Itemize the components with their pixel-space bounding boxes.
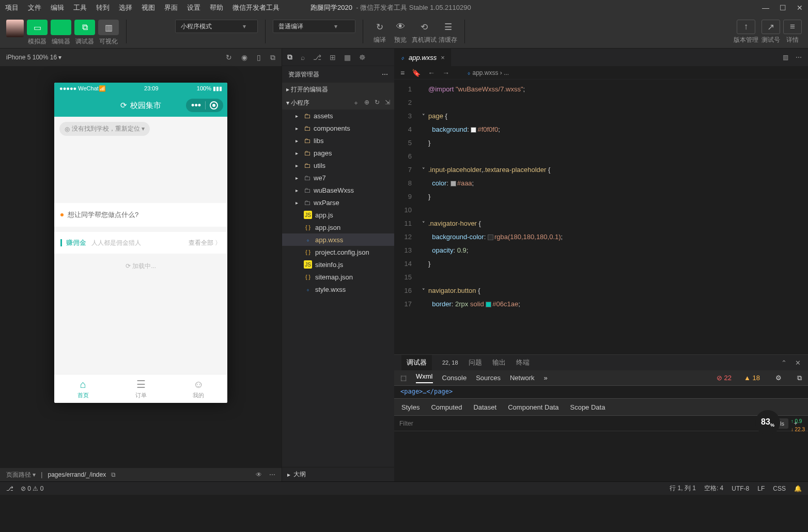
toolbar-模拟器[interactable]: ▭模拟器 — [27, 20, 48, 46]
tab-problems[interactable]: 问题 — [469, 358, 482, 367]
record-icon[interactable]: ◉ — [241, 53, 247, 62]
file-pages[interactable]: ▸🗀pages — [282, 147, 394, 159]
git-icon[interactable]: ⎇ — [313, 53, 321, 61]
file-wxParse[interactable]: ▸🗀wxParse — [282, 196, 394, 209]
more-icon[interactable]: ⋯ — [382, 71, 388, 78]
toolbar-调试器[interactable]: ⧉调试器 — [74, 20, 95, 46]
file-libs[interactable]: ▸🗀libs — [282, 134, 394, 147]
new-file-icon[interactable]: ＋ — [353, 99, 359, 107]
capsule-button[interactable]: ••• — [186, 99, 223, 112]
mode-dropdown[interactable]: 小程序模式▾ — [175, 20, 258, 33]
status-行 1, 列 1[interactable]: 行 1, 列 1 — [670, 484, 696, 493]
split-icon[interactable]: ▥ — [783, 54, 788, 61]
file-project.config.json[interactable]: { }project.config.json — [282, 246, 394, 258]
toolbar-可视化[interactable]: ▥可视化 — [98, 20, 119, 46]
maximize-button[interactable]: ☐ — [780, 4, 786, 12]
file-utils[interactable]: ▸🗀utils — [282, 159, 394, 171]
menu-微信开发者工具[interactable]: 微信开发者工具 — [232, 3, 279, 12]
avatar[interactable] — [6, 20, 24, 37]
dock-icon[interactable]: ⧉ — [797, 374, 802, 382]
back-icon[interactable]: ← — [428, 69, 435, 77]
more-icon[interactable]: ⋯ — [796, 54, 802, 61]
dom-tree[interactable]: <page>…</page> — [394, 386, 808, 398]
new-folder-icon[interactable]: ⊕ — [364, 99, 369, 107]
status-CSS[interactable]: CSS — [773, 485, 786, 492]
code-editor[interactable]: 1234567891011121314151617 ˅˅˅˅ @import "… — [394, 80, 808, 354]
collapse-icon[interactable]: ⇲ — [385, 99, 390, 107]
tab-我的[interactable]: ☺我的 — [169, 374, 227, 403]
bookmark-icon[interactable]: 🔖 — [412, 69, 421, 77]
status-🔔[interactable]: 🔔 — [794, 485, 802, 492]
menu-帮助[interactable]: 帮助 — [210, 3, 223, 12]
more-icon[interactable]: ⋯ — [269, 471, 275, 478]
tab-terminal[interactable]: 终端 — [516, 358, 530, 367]
warning-count[interactable]: ▲ 18 — [744, 374, 760, 382]
close-icon[interactable]: ✕ — [795, 359, 801, 367]
toolbar-编辑器[interactable]: 编辑器 — [51, 20, 71, 46]
eye-icon[interactable]: 👁 — [256, 471, 262, 478]
tab-computed[interactable]: Computed — [431, 403, 462, 411]
right-版本管理[interactable]: ↑版本管理 — [734, 20, 758, 44]
tab-wxml[interactable]: Wxml — [416, 372, 433, 383]
action-编译[interactable]: ↻编译 — [370, 20, 389, 44]
tab-scopedata[interactable]: Scope Data — [570, 403, 605, 411]
tab-首页[interactable]: ⌂首页 — [54, 374, 112, 403]
filter-input[interactable] — [399, 420, 769, 427]
outline-section[interactable]: ▸ 大纲 — [282, 467, 394, 481]
device-selector[interactable]: iPhone 5 100% 16 ▾ — [6, 54, 61, 61]
file-we7[interactable]: ▸🗀we7 — [282, 171, 394, 184]
action-预览[interactable]: 👁预览 — [391, 20, 410, 44]
location-chip[interactable]: ◎ 没有找到学校，重新定位 ▾ — [59, 122, 150, 136]
file-style.wxss[interactable]: ⬨style.wxss — [282, 283, 394, 295]
minimize-button[interactable]: — — [762, 4, 769, 12]
editor-tab[interactable]: ⬨ app.wxss × — [394, 49, 452, 66]
file-app.json[interactable]: { }app.json — [282, 221, 394, 233]
menu-选择[interactable]: 选择 — [119, 3, 132, 12]
compile-dropdown[interactable]: 普通编译▾ — [273, 20, 355, 33]
branch-icon[interactable]: ⎇ — [6, 485, 13, 492]
file-app.js[interactable]: JSapp.js — [282, 209, 394, 221]
ext1-icon[interactable]: ⊞ — [330, 53, 336, 61]
action-真机调试[interactable]: ⟲真机调试 — [412, 20, 437, 44]
tab-dataset[interactable]: Dataset — [473, 403, 496, 411]
action-清缓存[interactable]: ☰清缓存 — [439, 20, 457, 44]
collapse-icon[interactable]: ⌃ — [781, 359, 787, 367]
menu-编辑[interactable]: 编辑 — [51, 3, 64, 12]
search-icon[interactable]: ⌕ — [301, 53, 305, 61]
refresh-icon[interactable]: ↻ — [226, 53, 232, 62]
ext2-icon[interactable]: ▦ — [344, 53, 351, 61]
error-count[interactable]: ⊘ 22 — [717, 374, 732, 382]
tab-componentdata[interactable]: Component Data — [508, 403, 558, 411]
page-body[interactable]: ◎ 没有找到学校，重新定位 ▾ 想让同学帮您做点什么? 赚佣金 人人都是佣金猎人… — [54, 117, 227, 403]
forward-icon[interactable]: → — [442, 69, 449, 77]
refresh-icon[interactable]: ↻ — [375, 99, 380, 107]
tab-styles[interactable]: Styles — [401, 403, 419, 411]
tab-console[interactable]: Console — [442, 374, 467, 382]
status-LF[interactable]: LF — [757, 485, 765, 492]
file-sitemap.json[interactable]: { }sitemap.json — [282, 271, 394, 283]
menu-视图[interactable]: 视图 — [142, 3, 155, 12]
menu-文件[interactable]: 文件 — [28, 3, 41, 12]
tab-network[interactable]: Network — [510, 374, 535, 382]
view-all-link[interactable]: 查看全部 〉 — [189, 239, 221, 247]
menu-设置[interactable]: 设置 — [187, 3, 200, 12]
prompt-card[interactable]: 想让同学帮您做点什么? — [54, 203, 227, 227]
close-tab-icon[interactable]: × — [441, 54, 445, 61]
status-空格: 4[interactable]: 空格: 4 — [704, 484, 723, 493]
phone-icon[interactable]: ▯ — [257, 53, 261, 62]
project-section[interactable]: ▾ 小程序 ＋ ⊕ ↻ ⇲ — [282, 96, 394, 109]
menu-项目[interactable]: 项目 — [5, 3, 19, 12]
files-icon[interactable]: ⧉ — [287, 53, 292, 61]
gear-icon[interactable]: ⚙ — [775, 374, 782, 382]
tab-订单[interactable]: ☰订单 — [112, 374, 170, 403]
menu-转到[interactable]: 转到 — [96, 3, 110, 12]
right-详情[interactable]: ≡详情 — [783, 20, 802, 44]
page-path-label[interactable]: 页面路径 ▾ — [6, 471, 36, 479]
tab-debugger[interactable]: 调试器 — [401, 355, 432, 370]
tab-sources[interactable]: Sources — [476, 374, 501, 382]
right-测试号[interactable]: ↗测试号 — [762, 20, 780, 44]
file-siteinfo.js[interactable]: JSsiteinfo.js — [282, 258, 394, 271]
robot-icon[interactable]: ☸ — [359, 53, 366, 61]
inspect-icon[interactable]: ⬚ — [400, 374, 407, 382]
status-UTF-8[interactable]: UTF-8 — [732, 485, 749, 492]
